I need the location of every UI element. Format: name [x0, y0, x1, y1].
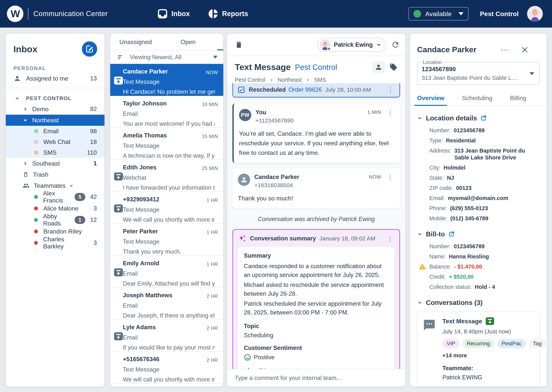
summary-title: Conversation summary: [250, 235, 316, 242]
list-item[interactable]: +5165676346 2 HR Text Message We will ca…: [110, 352, 223, 384]
trash-icon[interactable]: [235, 41, 243, 49]
sidebar-item-email[interactable]: Email 98: [6, 126, 104, 136]
list-item[interactable]: Emily Arnold 1 HR Email Dear Emily, Atta…: [110, 256, 223, 288]
external-link-icon[interactable]: [448, 231, 455, 237]
contact-button[interactable]: [372, 61, 385, 73]
tag-chip[interactable]: Tag: [529, 339, 546, 348]
more-menu-icon[interactable]: ⋮: [386, 235, 394, 242]
tag-chip[interactable]: PestPac: [497, 339, 526, 348]
sidebar-item-teammates[interactable]: Teammates: [6, 180, 104, 191]
sidebar-item-sms[interactable]: SMS 110: [6, 147, 104, 158]
assignee-dropdown[interactable]: Patrick Ewing: [317, 38, 386, 52]
sidebar-item-demo[interactable]: Demo 82: [6, 104, 104, 115]
bill-to-section-header[interactable]: Bill-to: [417, 230, 540, 238]
item-channel: Email: [123, 270, 218, 277]
person-icon: [375, 63, 382, 71]
conversation-history-card[interactable]: Text Message July 14, 8:40pm (Just now) …: [417, 311, 540, 387]
detail-label: Type:: [429, 137, 443, 144]
tab-unassigned[interactable]: Unassigned: [119, 34, 152, 50]
location-details-section-header[interactable]: Location details: [417, 114, 540, 122]
detail-value: 0123456789: [454, 243, 485, 250]
sidebar-teammate-alex-francis[interactable]: Alex Francis 5 42: [6, 191, 104, 203]
avatar[interactable]: [527, 6, 543, 22]
tab-overview[interactable]: Overview: [417, 95, 444, 105]
warning-icon: [419, 263, 426, 270]
conversation-list: Unassigned Open All Viewing Newest, All …: [110, 34, 223, 387]
list-item[interactable]: +9329093412 1 HR Text Message We will ca…: [110, 192, 223, 224]
nav-tab-inbox[interactable]: Inbox: [158, 9, 190, 19]
thumb-down-icon[interactable]: [258, 367, 266, 369]
breadcrumb-org[interactable]: Pest Control: [235, 77, 265, 83]
detail-value: myemail@domain.com: [448, 195, 508, 202]
list-item[interactable]: Joseph Matthews 2 HR Email Dear Joseph, …: [110, 288, 223, 320]
sidebar-item-southeast[interactable]: Southeast 1: [6, 158, 104, 169]
thumb-up-icon[interactable]: [244, 367, 252, 369]
close-icon[interactable]: [521, 46, 529, 54]
external-link-icon[interactable]: [480, 115, 487, 121]
thread-brand-link[interactable]: Pest Control: [295, 63, 337, 72]
section-title: Conversations (3): [426, 299, 483, 307]
location-selector[interactable]: Location 1234567890 313 Jean Baptiste Po…: [417, 62, 540, 85]
sidebar-teammate-abby-roads[interactable]: Abby Roads 1 12: [6, 214, 104, 226]
status-dropdown[interactable]: Available: [408, 7, 468, 21]
compose-button[interactable]: [82, 41, 97, 57]
detail-value: Residential: [446, 137, 476, 144]
tag-chip[interactable]: VIP: [442, 339, 459, 348]
more-menu-icon[interactable]: ⋯: [501, 45, 509, 54]
tag-icon: [389, 63, 398, 71]
sidebar-item-assigned-to-me[interactable]: Assigned to me 13: [6, 73, 104, 84]
order-link[interactable]: Order 99626: [289, 86, 322, 93]
list-item[interactable]: Amelia Thomas 15 MIN Text Message A tech…: [110, 128, 223, 160]
item-name: Joseph Matthews: [123, 292, 218, 299]
sidebar-teammate-alice-malone[interactable]: Alice Malone 3: [6, 203, 104, 214]
conversations-section-header[interactable]: Conversations (3): [417, 299, 540, 307]
message-incoming: Candace Parker +16316038504 NOW ⋮ Thank …: [232, 168, 400, 209]
nav-tab-reports[interactable]: Reports: [208, 9, 248, 19]
item-name: Emily Arnold: [123, 260, 218, 267]
sidebar-item-trash[interactable]: Trash: [6, 169, 104, 180]
tab-open[interactable]: Open: [181, 34, 196, 50]
teammate-count: 42: [85, 194, 97, 200]
comment-input[interactable]: [235, 375, 398, 381]
item-channel: Email: [123, 334, 218, 341]
item-time: 1 HR: [207, 197, 218, 203]
sidebar-teammate-brandon-riley[interactable]: Brandon Riley: [6, 226, 104, 237]
item-preview: If you would like to pay your most re…: [123, 344, 215, 351]
divider: [6, 88, 104, 88]
tab-billing[interactable]: Billing: [510, 95, 526, 105]
sidebar-item-webchat[interactable]: Web Chat 18: [6, 136, 104, 147]
sidebar-org-pest-control[interactable]: PEST CONTROL: [6, 93, 104, 104]
list-item[interactable]: Peter Parker 1 HR Text Message Thank you…: [110, 224, 223, 256]
detail-label: Credit:: [429, 273, 446, 280]
more-menu-icon[interactable]: ⋮: [386, 86, 395, 93]
message-scroll-area[interactable]: Rescheduled Order 99626 July 28, 10:00 A…: [227, 83, 405, 369]
tab-all[interactable]: All: [223, 34, 223, 50]
breadcrumb-team[interactable]: Northeast: [278, 77, 302, 83]
breadcrumb-channel[interactable]: SMS: [314, 77, 326, 83]
sidebar-item-northeast[interactable]: Northeast: [6, 115, 104, 126]
item-preview: Dear Joseph, If there is anything else…: [123, 312, 215, 319]
tag-chip[interactable]: Recurring: [463, 339, 494, 348]
sidebar-teammate-charles-barkley[interactable]: Charles Barkley 3: [6, 237, 104, 249]
more-tags-link[interactable]: +14 more: [442, 352, 534, 359]
chat-bubble-icon: [422, 319, 436, 332]
list-item-partial[interactable]: Candace Parker 1 HR: [110, 384, 223, 387]
southeast-count: 1: [94, 160, 97, 167]
location-number: 1234567890: [422, 66, 526, 73]
tag-button[interactable]: [387, 61, 400, 73]
detail-row: Collection status:Hold - 4: [429, 283, 540, 290]
conversation-type: Text Message: [442, 318, 482, 325]
teammate-name: Alice Malone: [43, 205, 78, 212]
more-menu-icon[interactable]: ⋮: [386, 174, 395, 180]
tab-scheduling[interactable]: Scheduling: [462, 95, 492, 105]
list-item[interactable]: Edith Jones 25 MIN Webchat I have forwar…: [110, 160, 223, 192]
more-menu-icon[interactable]: ⋮: [386, 109, 395, 115]
list-item[interactable]: Taylor Johnson 10 MIN Email You are most…: [110, 96, 223, 128]
avatar: [238, 174, 250, 186]
list-item[interactable]: Candace Parker NOW Text Message Hi Canda…: [110, 64, 223, 96]
list-item[interactable]: Lyle Adams 2 HR Email If you would like …: [110, 320, 223, 352]
sort-dropdown[interactable]: Viewing Newest, All: [110, 51, 223, 64]
chevron-down-icon: [14, 96, 21, 101]
refresh-icon[interactable]: [391, 41, 400, 49]
detail-row: Email:myemail@domain.com: [429, 195, 540, 202]
